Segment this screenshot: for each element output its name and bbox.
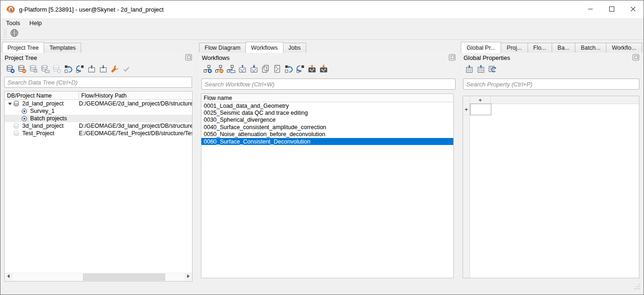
menu-help[interactable]: Help	[26, 19, 45, 27]
tree-row-2d-land-project[interactable]: 2d_land_projectD:/GEOMAGE/2d_land_projec…	[5, 100, 192, 107]
property-cell[interactable]	[470, 104, 491, 115]
column-header-flow-name[interactable]: Flow name	[201, 94, 453, 102]
add-workflow-button[interactable]	[202, 65, 213, 75]
export-archive-button[interactable]	[318, 65, 328, 75]
tab-workflo[interactable]: Workflo...	[606, 43, 642, 52]
tree-row-batch-projects[interactable]: Batch projects	[5, 115, 192, 122]
export-workflow-icon	[250, 65, 258, 75]
open-database-button[interactable]	[40, 65, 50, 75]
copy-workflow-icon	[261, 65, 270, 75]
export-workflow-button[interactable]	[249, 65, 259, 75]
sync-button[interactable]	[75, 65, 85, 75]
tab-workflows[interactable]: Workflows	[245, 42, 283, 53]
window-controls	[580, 0, 644, 18]
add-database-button[interactable]	[5, 65, 15, 75]
close-icon	[631, 6, 636, 13]
workflow-row-0050-noise-attenuation-before-deconvolution[interactable]: 0050_Noise_attenuation_before_deconvolut…	[201, 131, 453, 138]
float-panel-button[interactable]	[631, 53, 640, 62]
tab-proj[interactable]: Proj...	[501, 43, 528, 52]
column-header-db-project-name[interactable]: DB/Project Name	[5, 92, 79, 99]
tab-flow-diagram[interactable]: Flow Diagram	[199, 43, 246, 52]
property-grid-header: +	[463, 96, 639, 104]
resize-grip[interactable]	[634, 283, 640, 292]
app-window: g g-Platform [5.23891] - user@Skynet - 2…	[0, 0, 644, 295]
close-database-button[interactable]	[52, 65, 62, 75]
menubar: Tools Help	[0, 18, 644, 27]
scrollbar-track[interactable]	[13, 273, 184, 281]
float-panel-icon	[185, 53, 193, 63]
remove-workflow-button[interactable]	[214, 65, 224, 75]
column-header-flow-history-path[interactable]: Flow/History Path	[79, 92, 192, 99]
globe-button[interactable]	[9, 28, 20, 39]
sync-button[interactable]	[295, 65, 305, 75]
refresh-button[interactable]	[63, 65, 73, 75]
workflows-panel: Workflows Flow name 0001_Load_data_and_G…	[199, 52, 458, 279]
toolbar-drag-handle[interactable]	[3, 28, 7, 39]
tab-ba[interactable]: Ba...	[552, 43, 575, 52]
main-toolbar	[0, 27, 644, 40]
scroll-right-button[interactable]	[184, 273, 192, 281]
repair-wrench-button[interactable]	[109, 65, 120, 75]
workflow-row-0030-spherical-divergence[interactable]: 0030_Spherical_divergence	[201, 117, 453, 124]
close-button[interactable]	[622, 0, 644, 18]
validate-check-button[interactable]	[121, 65, 131, 75]
expander-icon[interactable]	[6, 101, 13, 106]
tree-row-3d-land-project[interactable]: 3d_land_projectD:/GEOMAGE/3d_land_projec…	[5, 122, 192, 130]
tree-cell-name: Batch projects	[5, 115, 79, 122]
import-archive-button[interactable]	[307, 65, 317, 75]
open-workflow-button[interactable]	[225, 65, 236, 75]
scrollbar-thumb[interactable]	[83, 274, 166, 281]
workflow-row-0060-surface-consistent-deconvolution[interactable]: 0060_Surface_Consistent_Deconvolution	[201, 138, 453, 145]
workflow-document-button[interactable]	[272, 65, 282, 75]
tab-templates[interactable]: Templates	[44, 43, 81, 52]
add-column-button[interactable]: +	[470, 96, 491, 104]
export-box-button[interactable]	[98, 65, 108, 75]
tree-cell-path: D:/GEOMAGE/2d_land_project/DB/structure/…	[79, 100, 192, 107]
tree-row-test-project[interactable]: Test_ProjectE:/GEOMAGE/Test_Project/DB/s…	[5, 130, 192, 137]
float-panel-button[interactable]	[448, 53, 457, 62]
panel-title: Global Properties	[464, 54, 510, 61]
workflow-document-icon	[273, 65, 282, 75]
add-workflow-icon	[203, 65, 212, 75]
workflow-row-0040-surface-consistent-amplitude-correction[interactable]: 0040_Surface_consistent_amplitude_correc…	[201, 124, 453, 131]
workflow-row-0001-load-data-and-geometry[interactable]: 0001_Load_data_and_Geometry	[201, 102, 453, 109]
minimize-button[interactable]	[580, 0, 601, 18]
import-workflow-button[interactable]	[237, 65, 247, 75]
tab-jobs[interactable]: Jobs	[283, 43, 306, 52]
panel-title: Workflows	[202, 54, 230, 61]
export-table-button[interactable]	[476, 65, 486, 75]
add-row-button[interactable]: +	[463, 104, 470, 115]
titlebar: g g-Platform [5.23891] - user@Skynet - 2…	[0, 0, 644, 18]
left-tabbar: Project TreeTemplates	[2, 41, 194, 53]
menu-tools[interactable]: Tools	[2, 19, 24, 27]
tab-batch[interactable]: Batch...	[575, 43, 606, 52]
workflow-row-0025-seismic-data-qc-and-trace-editing[interactable]: 0025_Seismic data QC and trace editing	[201, 109, 453, 116]
search-data-tree-input[interactable]	[4, 77, 192, 88]
search-workflow-input[interactable]	[201, 79, 456, 90]
tree-row-survey-1[interactable]: Survey_1	[5, 107, 192, 115]
minimize-icon	[588, 6, 593, 13]
tree-cell-name: 3d_land_project	[5, 123, 79, 129]
project-tree-panel: Project Tree DB/Project Name Flow/Histor…	[2, 52, 194, 282]
tab-global-pr[interactable]: Global Pr...	[461, 42, 501, 53]
remove-database-button[interactable]	[17, 65, 27, 75]
tab-project-tree[interactable]: Project Tree	[2, 42, 44, 53]
database-list-button[interactable]	[28, 65, 39, 75]
maximize-icon	[609, 6, 614, 13]
validate-check-icon	[122, 65, 131, 75]
search-property-input[interactable]	[463, 79, 639, 90]
scroll-left-button[interactable]	[5, 273, 13, 281]
maximize-button[interactable]	[601, 0, 622, 18]
tab-flo[interactable]: Flo...	[528, 43, 552, 52]
refresh-button[interactable]	[283, 65, 294, 75]
db-closed-icon	[13, 130, 19, 137]
radio-icon	[21, 108, 27, 114]
project-tree-panel-header: Project Tree	[2, 52, 194, 63]
import-table-button[interactable]	[464, 65, 474, 75]
import-archive-icon	[308, 65, 316, 75]
import-box-button[interactable]	[86, 65, 97, 75]
float-panel-button[interactable]	[184, 53, 193, 62]
tree-row-label: 2d_land_project	[22, 100, 64, 107]
copy-workflow-button[interactable]	[260, 65, 270, 75]
refresh-table-button[interactable]	[487, 65, 497, 75]
